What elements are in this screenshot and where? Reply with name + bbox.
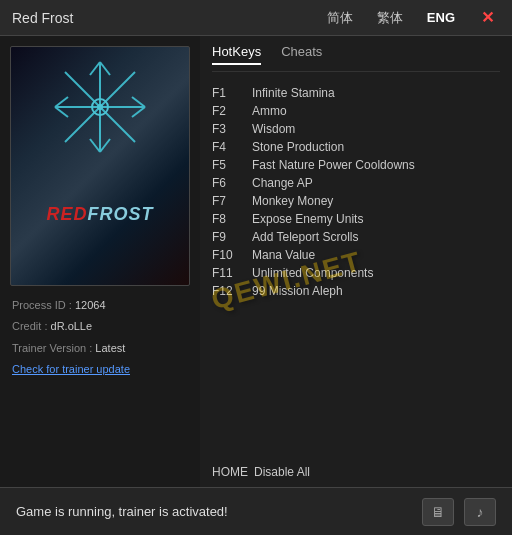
hotkey-key: F4 [212,140,246,154]
titlebar: Red Frost 简体 繁体 ENG ✕ [0,0,512,36]
hotkey-label: Infinite Stamina [252,86,335,100]
credit-row: Credit : dR.oLLe [12,319,188,334]
update-link-row[interactable]: Check for trainer update [12,362,188,377]
hotkey-label: Unlimited Components [252,266,373,280]
version-label: Trainer Version : [12,342,95,354]
tabs-bar: HotKeys Cheats [212,44,500,72]
hotkey-key: F7 [212,194,246,208]
hotkey-row: F1Infinite Stamina [212,84,500,102]
tab-hotkeys[interactable]: HotKeys [212,44,261,65]
lang-simplified[interactable]: 简体 [323,7,357,29]
hotkey-key: F9 [212,230,246,244]
hotkey-row: F9Add Teleport Scrolls [212,228,500,246]
home-action-label: Disable All [254,465,310,479]
svg-line-11 [132,107,145,117]
svg-point-13 [97,104,103,110]
hotkey-row: F1299 Mission Aleph [212,282,500,300]
music-icon[interactable]: ♪ [464,498,496,526]
titlebar-left: Red Frost [12,10,73,26]
hotkey-row: F6Change AP [212,174,500,192]
hotkey-label: Change AP [252,176,313,190]
process-id-label: Process ID : [12,299,75,311]
status-message: Game is running, trainer is activated! [16,504,228,519]
hotkey-key: F5 [212,158,246,172]
close-button[interactable]: ✕ [475,6,500,29]
hotkey-row: F3Wisdom [212,120,500,138]
svg-line-9 [55,107,68,117]
svg-line-4 [90,62,100,75]
hotkey-key: F2 [212,104,246,118]
hotkey-label: Mana Value [252,248,315,262]
hotkey-row: F2Ammo [212,102,500,120]
app-title: Red Frost [12,10,73,26]
game-title-image: REDFROST [46,204,153,225]
hotkey-row: F11Unlimited Components [212,264,500,282]
game-cover-image: REDFROST [10,46,190,286]
home-key-label: HOME [212,465,248,479]
version-value: Latest [95,342,125,354]
hotkey-row: F10Mana Value [212,246,500,264]
svg-line-5 [100,62,110,75]
svg-line-6 [90,139,100,152]
lang-traditional[interactable]: 繁体 [373,7,407,29]
process-id-value: 12064 [75,299,106,311]
version-row: Trainer Version : Latest [12,341,188,356]
titlebar-right: 简体 繁体 ENG ✕ [323,6,500,29]
hotkeys-list: F1Infinite StaminaF2AmmoF3WisdomF4Stone … [212,84,500,455]
hotkey-label: Ammo [252,104,287,118]
hotkey-label: Add Teleport Scrolls [252,230,359,244]
lang-english[interactable]: ENG [423,8,459,27]
hotkey-key: F8 [212,212,246,226]
hotkey-key: F1 [212,86,246,100]
credit-label: Credit : [12,320,51,332]
main-area: REDFROST Process ID : 12064 Credit : dR.… [0,36,512,487]
info-section: Process ID : 12064 Credit : dR.oLLe Trai… [10,298,190,384]
left-panel: REDFROST Process ID : 12064 Credit : dR.… [0,36,200,487]
hotkey-key: F6 [212,176,246,190]
hotkey-row: F8Expose Enemy Units [212,210,500,228]
svg-line-10 [132,97,145,107]
monitor-icon[interactable]: 🖥 [422,498,454,526]
hotkey-key: F11 [212,266,246,280]
game-title-frost: FROST [88,204,154,224]
hotkey-key: F10 [212,248,246,262]
hotkey-label: 99 Mission Aleph [252,284,343,298]
process-id-row: Process ID : 12064 [12,298,188,313]
update-link[interactable]: Check for trainer update [12,363,130,375]
hotkey-row: F5Fast Nature Power Cooldowns [212,156,500,174]
hotkey-label: Fast Nature Power Cooldowns [252,158,415,172]
tab-cheats[interactable]: Cheats [281,44,322,65]
statusbar: Game is running, trainer is activated! 🖥… [0,487,512,535]
svg-line-8 [55,97,68,107]
hotkey-key: F12 [212,284,246,298]
snowflake-icon [50,57,150,157]
credit-value: dR.oLLe [51,320,93,332]
hotkey-label: Expose Enemy Units [252,212,363,226]
monitor-icon-glyph: 🖥 [431,504,445,520]
hotkey-label: Monkey Money [252,194,333,208]
home-disable-row: HOME Disable All [212,465,500,479]
status-icons: 🖥 ♪ [422,498,496,526]
music-icon-glyph: ♪ [477,504,484,520]
hotkey-key: F3 [212,122,246,136]
svg-line-7 [100,139,110,152]
hotkey-row: F4Stone Production [212,138,500,156]
hotkey-label: Stone Production [252,140,344,154]
game-title-red: RED [46,204,87,224]
right-panel: HotKeys Cheats F1Infinite StaminaF2AmmoF… [200,36,512,487]
hotkey-label: Wisdom [252,122,295,136]
hotkey-row: F7Monkey Money [212,192,500,210]
